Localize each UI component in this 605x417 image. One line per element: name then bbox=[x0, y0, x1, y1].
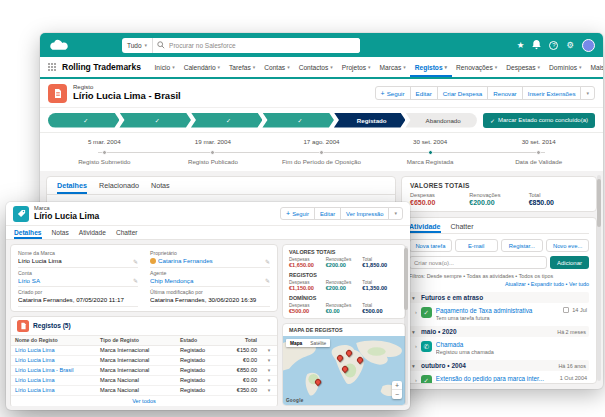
agente-link[interactable]: Chip Mendonça bbox=[150, 277, 262, 284]
email-button[interactable]: E-mail bbox=[455, 239, 498, 252]
tab-detalhes[interactable]: Detalhes bbox=[57, 181, 87, 194]
activity-links[interactable]: Atualizar • Expandir tudo • Ver tudo bbox=[409, 281, 589, 287]
tab-renovacoes[interactable]: Renovações▾ bbox=[452, 57, 502, 77]
table-row[interactable]: Lírio Lucia Lima - Brasil Marca Internac… bbox=[11, 365, 277, 375]
path-stage-complete-2[interactable]: ✓ bbox=[119, 113, 190, 128]
new-task-button[interactable]: Nova tarefa bbox=[409, 239, 452, 252]
chevron-down-icon[interactable]: ▾ bbox=[218, 65, 221, 70]
tab-chatter[interactable]: Chatter bbox=[451, 223, 474, 233]
edit-button[interactable]: Editar bbox=[314, 207, 341, 220]
chevron-down-icon[interactable]: ▾ bbox=[172, 65, 175, 70]
tab-inicio[interactable]: Início▾ bbox=[150, 57, 179, 77]
chevron-down-icon[interactable]: ▾ bbox=[330, 65, 333, 70]
favorites-star-icon[interactable]: ★ bbox=[517, 41, 525, 50]
scrollbar-thumb[interactable] bbox=[597, 179, 601, 227]
activity-group-upcoming[interactable]: ▾ Futuros e em atraso bbox=[409, 292, 589, 303]
tab-tarefas[interactable]: Tarefas▾ bbox=[225, 57, 260, 77]
task-checkbox[interactable] bbox=[563, 307, 569, 313]
edit-button[interactable]: Editar bbox=[410, 86, 438, 100]
printable-view-button[interactable]: Ver Impressão bbox=[340, 207, 389, 220]
log-call-button[interactable]: Registar... bbox=[501, 239, 544, 252]
path-stage-registado[interactable]: Registado bbox=[334, 113, 405, 128]
table-row[interactable]: Lírio Lucia Lima Marca Internacional Reg… bbox=[11, 345, 277, 355]
main-window-scrollbar[interactable] bbox=[597, 175, 601, 381]
chevron-down-icon[interactable]: ▾ bbox=[287, 65, 290, 70]
path-stage-complete-3[interactable]: ✓ bbox=[191, 113, 262, 128]
app-launcher-icon[interactable] bbox=[48, 63, 56, 71]
activity-group-outubro-2004[interactable]: ▾ outubro • 2004 Há 16 anos bbox=[409, 360, 589, 371]
registos-list-title[interactable]: Registos (5) bbox=[33, 322, 71, 329]
row-actions-icon[interactable]: ▾ bbox=[261, 375, 277, 385]
create-expense-button[interactable]: Criar Despesa bbox=[437, 86, 489, 100]
tab-chatter[interactable]: Chatter bbox=[116, 229, 138, 239]
tab-dominios[interactable]: Domínios▾ bbox=[545, 57, 586, 77]
path-stage-complete-4[interactable]: ✓ bbox=[262, 113, 333, 128]
new-event-button[interactable]: Novo eve... bbox=[546, 239, 589, 252]
map-view-button[interactable]: Mapa bbox=[286, 339, 306, 347]
tab-marcas[interactable]: Marcas▾ bbox=[375, 57, 410, 77]
tab-atividade[interactable]: Atividade bbox=[409, 223, 441, 233]
tab-registos[interactable]: Registos▾ bbox=[410, 57, 451, 77]
chevron-down-icon[interactable]: ▾ bbox=[368, 65, 371, 70]
search-input[interactable] bbox=[165, 38, 360, 53]
search-scope-dropdown[interactable]: Tudo ▾ bbox=[122, 38, 153, 53]
chevron-right-icon[interactable]: › bbox=[415, 309, 417, 315]
setup-gear-icon[interactable]: ⚙ bbox=[566, 41, 574, 50]
activity-composer-input[interactable] bbox=[409, 256, 547, 269]
help-icon[interactable]: ? bbox=[549, 41, 558, 50]
table-row[interactable]: Lírio Lucia Lima Marca Internacional Reg… bbox=[11, 355, 277, 365]
popup-window-scrollbar[interactable] bbox=[404, 246, 408, 405]
edit-field-icon[interactable]: ✎ bbox=[265, 258, 270, 265]
table-row[interactable]: Lírio Lucia Lima Marca Nacional Registad… bbox=[11, 375, 277, 385]
user-avatar[interactable] bbox=[582, 39, 595, 52]
conta-link[interactable]: Lírio SA bbox=[18, 277, 130, 284]
table-row[interactable]: Lírio Lucia Lima Marca Nacional Registad… bbox=[11, 385, 277, 395]
edit-field-icon[interactable]: ✎ bbox=[133, 277, 138, 284]
chevron-right-icon[interactable]: › bbox=[415, 343, 417, 349]
row-actions-icon[interactable]: ▾ bbox=[261, 355, 277, 365]
activity-item-title[interactable]: Chamada bbox=[436, 341, 583, 348]
path-stage-abandonado[interactable]: Abandonado bbox=[405, 113, 476, 128]
tab-contactos[interactable]: Contactos▾ bbox=[294, 57, 337, 77]
tab-despesas[interactable]: Despesas▾ bbox=[502, 57, 545, 77]
add-activity-button[interactable]: Adicionar bbox=[550, 256, 589, 269]
activity-item-title[interactable]: Pagamento de Taxa administrativa bbox=[436, 307, 559, 314]
edit-field-icon[interactable]: ✎ bbox=[133, 258, 138, 265]
notifications-bell-icon[interactable] bbox=[532, 36, 541, 54]
tab-atividade[interactable]: Atividade bbox=[79, 229, 106, 239]
satellite-view-button[interactable]: Satélite bbox=[306, 339, 330, 347]
chevron-down-icon[interactable]: ▾ bbox=[538, 65, 541, 70]
activity-group-maio-2020[interactable]: ▾ maio • 2020 Há 2 meses bbox=[409, 326, 589, 337]
tab-relacionado[interactable]: Relacionado bbox=[99, 181, 139, 194]
mark-status-complete-button[interactable]: ✓ Marcar Estado como concluído(a) bbox=[483, 113, 595, 128]
row-actions-icon[interactable]: ▾ bbox=[261, 345, 277, 355]
scrollbar-thumb[interactable] bbox=[404, 248, 408, 310]
tab-detalhes[interactable]: Detalhes bbox=[14, 229, 42, 239]
edit-field-icon[interactable]: ✎ bbox=[265, 277, 270, 284]
tab-notas[interactable]: Notas bbox=[52, 229, 69, 239]
chevron-right-icon[interactable]: › bbox=[415, 377, 417, 383]
path-stage-complete-1[interactable]: ✓ bbox=[48, 113, 119, 128]
row-actions-icon[interactable]: ▾ bbox=[261, 365, 277, 375]
row-actions-icon[interactable]: ▾ bbox=[261, 385, 277, 395]
chevron-down-icon[interactable]: ▾ bbox=[403, 65, 406, 70]
registos-map[interactable]: Mapa Satélite + − Google bbox=[283, 336, 405, 405]
more-actions-button[interactable]: ▾ bbox=[388, 207, 403, 220]
tab-mais[interactable]: Mais▾ bbox=[586, 57, 603, 77]
tab-contas[interactable]: Contas▾ bbox=[260, 57, 294, 77]
more-actions-button[interactable]: ▾ bbox=[580, 86, 595, 100]
tab-notas[interactable]: Notas bbox=[151, 181, 170, 194]
tab-projetos[interactable]: Projetos▾ bbox=[337, 57, 375, 77]
follow-button[interactable]: +Seguir bbox=[375, 86, 411, 100]
chevron-down-icon[interactable]: ▾ bbox=[253, 65, 256, 70]
follow-button[interactable]: +Seguir bbox=[280, 207, 315, 220]
zoom-out-button[interactable]: − bbox=[392, 390, 402, 399]
chevron-down-icon[interactable]: ▾ bbox=[579, 65, 582, 70]
tab-calendario[interactable]: Calendário▾ bbox=[179, 57, 224, 77]
chevron-down-icon[interactable]: ▾ bbox=[495, 65, 498, 70]
owner-link[interactable]: Catarina Fernandes bbox=[158, 257, 213, 264]
chevron-down-icon[interactable]: ▾ bbox=[445, 65, 448, 70]
activity-item-title[interactable]: Extensão do pedido para marca inter... bbox=[436, 375, 556, 382]
view-all-link[interactable]: Ver todos bbox=[11, 396, 277, 407]
renew-button[interactable]: Renovar bbox=[487, 86, 522, 100]
